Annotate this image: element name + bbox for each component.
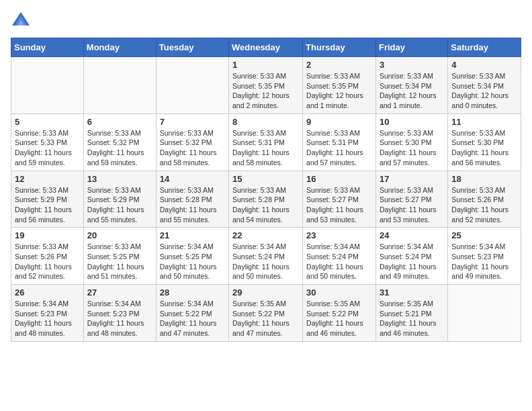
calendar-cell: 20Sunrise: 5:33 AM Sunset: 5:25 PM Dayli…: [83, 228, 156, 285]
day-number: 29: [232, 287, 299, 298]
day-number: 16: [306, 174, 372, 184]
weekday-header: Tuesday: [156, 38, 228, 57]
day-number: 22: [232, 230, 299, 240]
calendar-cell: 15Sunrise: 5:33 AM Sunset: 5:28 PM Dayli…: [229, 171, 303, 228]
day-number: 2: [306, 60, 372, 70]
calendar-week-row: 19Sunrise: 5:33 AM Sunset: 5:26 PM Dayli…: [11, 228, 521, 285]
calendar-cell: 23Sunrise: 5:34 AM Sunset: 5:24 PM Dayli…: [303, 228, 376, 285]
day-number: 19: [15, 230, 80, 240]
day-detail: Sunrise: 5:33 AM Sunset: 5:30 PM Dayligh…: [451, 128, 517, 168]
calendar-cell: 9Sunrise: 5:33 AM Sunset: 5:31 PM Daylig…: [303, 113, 376, 171]
weekday-header: Friday: [375, 38, 447, 57]
calendar-cell: 24Sunrise: 5:34 AM Sunset: 5:24 PM Dayli…: [375, 228, 447, 285]
day-detail: Sunrise: 5:33 AM Sunset: 5:35 PM Dayligh…: [306, 71, 372, 111]
day-detail: Sunrise: 5:33 AM Sunset: 5:28 PM Dayligh…: [160, 185, 225, 225]
day-detail: Sunrise: 5:34 AM Sunset: 5:23 PM Dayligh…: [87, 299, 152, 338]
day-detail: Sunrise: 5:33 AM Sunset: 5:34 PM Dayligh…: [380, 71, 444, 111]
day-detail: Sunrise: 5:33 AM Sunset: 5:31 PM Dayligh…: [306, 128, 372, 168]
day-detail: Sunrise: 5:33 AM Sunset: 5:30 PM Dayligh…: [380, 128, 444, 168]
calendar-cell: 21Sunrise: 5:34 AM Sunset: 5:25 PM Dayli…: [156, 228, 228, 285]
day-number: 8: [232, 117, 299, 127]
calendar-cell: 28Sunrise: 5:34 AM Sunset: 5:22 PM Dayli…: [156, 285, 228, 342]
day-number: 9: [306, 117, 372, 127]
calendar-cell: 5Sunrise: 5:33 AM Sunset: 5:33 PM Daylig…: [11, 113, 84, 171]
calendar-cell: 31Sunrise: 5:35 AM Sunset: 5:21 PM Dayli…: [375, 285, 447, 342]
calendar-cell: 10Sunrise: 5:33 AM Sunset: 5:30 PM Dayli…: [375, 113, 447, 171]
day-detail: Sunrise: 5:35 AM Sunset: 5:22 PM Dayligh…: [306, 299, 372, 338]
day-number: 31: [380, 287, 444, 298]
calendar-cell: 4Sunrise: 5:33 AM Sunset: 5:34 PM Daylig…: [448, 57, 521, 114]
day-number: 11: [451, 117, 517, 127]
day-detail: Sunrise: 5:33 AM Sunset: 5:32 PM Dayligh…: [160, 128, 225, 168]
day-number: 6: [87, 117, 152, 127]
day-detail: Sunrise: 5:33 AM Sunset: 5:34 PM Dayligh…: [451, 71, 517, 111]
day-detail: Sunrise: 5:34 AM Sunset: 5:23 PM Dayligh…: [15, 299, 80, 338]
day-detail: Sunrise: 5:34 AM Sunset: 5:24 PM Dayligh…: [232, 242, 299, 281]
calendar-cell: 14Sunrise: 5:33 AM Sunset: 5:28 PM Dayli…: [156, 171, 228, 228]
day-detail: Sunrise: 5:33 AM Sunset: 5:29 PM Dayligh…: [87, 185, 152, 225]
calendar-cell: 13Sunrise: 5:33 AM Sunset: 5:29 PM Dayli…: [83, 171, 156, 228]
day-detail: Sunrise: 5:34 AM Sunset: 5:22 PM Dayligh…: [160, 299, 225, 338]
day-number: 23: [306, 230, 372, 240]
calendar-header-row: SundayMondayTuesdayWednesdayThursdayFrid…: [11, 38, 521, 57]
day-number: 26: [15, 287, 80, 298]
calendar-cell: 11Sunrise: 5:33 AM Sunset: 5:30 PM Dayli…: [448, 113, 521, 171]
day-number: 3: [380, 60, 444, 70]
day-number: 4: [451, 60, 517, 70]
day-number: 15: [232, 174, 299, 184]
day-number: 5: [15, 117, 80, 127]
day-number: 20: [87, 230, 152, 240]
calendar-cell: 3Sunrise: 5:33 AM Sunset: 5:34 PM Daylig…: [375, 57, 447, 114]
calendar-cell: [156, 57, 228, 114]
day-number: 24: [380, 230, 444, 240]
day-detail: Sunrise: 5:33 AM Sunset: 5:35 PM Dayligh…: [232, 71, 299, 111]
weekday-header: Monday: [83, 38, 156, 57]
day-detail: Sunrise: 5:35 AM Sunset: 5:21 PM Dayligh…: [380, 299, 444, 338]
day-number: 21: [160, 230, 225, 240]
calendar-cell: 16Sunrise: 5:33 AM Sunset: 5:27 PM Dayli…: [303, 171, 376, 228]
calendar-cell: [83, 57, 156, 114]
calendar-cell: 29Sunrise: 5:35 AM Sunset: 5:22 PM Dayli…: [229, 285, 303, 342]
calendar-cell: 19Sunrise: 5:33 AM Sunset: 5:26 PM Dayli…: [11, 228, 84, 285]
day-detail: Sunrise: 5:33 AM Sunset: 5:26 PM Dayligh…: [15, 242, 80, 281]
weekday-header: Thursday: [303, 38, 376, 57]
calendar-cell: 8Sunrise: 5:33 AM Sunset: 5:31 PM Daylig…: [229, 113, 303, 171]
calendar-cell: 17Sunrise: 5:33 AM Sunset: 5:27 PM Dayli…: [375, 171, 447, 228]
day-number: 7: [160, 117, 225, 127]
calendar-cell: 18Sunrise: 5:33 AM Sunset: 5:26 PM Dayli…: [448, 171, 521, 228]
logo: [11, 11, 34, 31]
calendar-table: SundayMondayTuesdayWednesdayThursdayFrid…: [11, 38, 521, 342]
day-detail: Sunrise: 5:33 AM Sunset: 5:31 PM Dayligh…: [232, 128, 299, 168]
calendar-cell: 22Sunrise: 5:34 AM Sunset: 5:24 PM Dayli…: [229, 228, 303, 285]
day-detail: Sunrise: 5:33 AM Sunset: 5:27 PM Dayligh…: [306, 185, 372, 225]
day-number: 25: [451, 230, 517, 240]
weekday-header: Wednesday: [229, 38, 303, 57]
weekday-header: Sunday: [11, 38, 84, 57]
day-detail: Sunrise: 5:34 AM Sunset: 5:23 PM Dayligh…: [451, 242, 517, 281]
day-number: 12: [15, 174, 80, 184]
day-number: 17: [380, 174, 444, 184]
weekday-header: Saturday: [448, 38, 521, 57]
calendar-cell: 25Sunrise: 5:34 AM Sunset: 5:23 PM Dayli…: [448, 228, 521, 285]
calendar-cell: 12Sunrise: 5:33 AM Sunset: 5:29 PM Dayli…: [11, 171, 84, 228]
calendar-cell: 1Sunrise: 5:33 AM Sunset: 5:35 PM Daylig…: [229, 57, 303, 114]
day-number: 30: [306, 287, 372, 298]
day-number: 27: [87, 287, 152, 298]
day-detail: Sunrise: 5:33 AM Sunset: 5:33 PM Dayligh…: [15, 128, 80, 168]
calendar-week-row: 5Sunrise: 5:33 AM Sunset: 5:33 PM Daylig…: [11, 113, 521, 171]
page-header: [11, 11, 521, 31]
day-detail: Sunrise: 5:34 AM Sunset: 5:24 PM Dayligh…: [380, 242, 444, 281]
calendar-cell: 26Sunrise: 5:34 AM Sunset: 5:23 PM Dayli…: [11, 285, 84, 342]
calendar-week-row: 1Sunrise: 5:33 AM Sunset: 5:35 PM Daylig…: [11, 57, 521, 114]
day-detail: Sunrise: 5:33 AM Sunset: 5:28 PM Dayligh…: [232, 185, 299, 225]
day-detail: Sunrise: 5:33 AM Sunset: 5:32 PM Dayligh…: [87, 128, 152, 168]
calendar-cell: [11, 57, 84, 114]
day-detail: Sunrise: 5:33 AM Sunset: 5:26 PM Dayligh…: [451, 185, 517, 225]
calendar-cell: 2Sunrise: 5:33 AM Sunset: 5:35 PM Daylig…: [303, 57, 376, 114]
day-detail: Sunrise: 5:33 AM Sunset: 5:25 PM Dayligh…: [87, 242, 152, 281]
day-number: 13: [87, 174, 152, 184]
day-number: 1: [232, 60, 299, 70]
calendar-week-row: 12Sunrise: 5:33 AM Sunset: 5:29 PM Dayli…: [11, 171, 521, 228]
calendar-cell: 30Sunrise: 5:35 AM Sunset: 5:22 PM Dayli…: [303, 285, 376, 342]
day-number: 28: [160, 287, 225, 298]
